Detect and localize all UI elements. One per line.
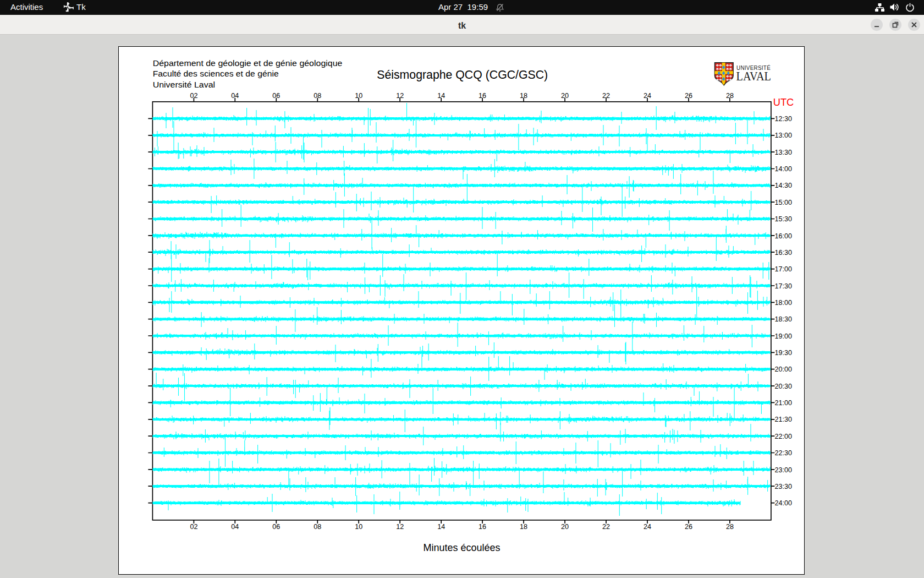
svg-text:21:30: 21:30 <box>775 416 793 423</box>
svg-text:04: 04 <box>231 523 239 531</box>
svg-text:Département de géologie et de: Département de géologie et de génie géol… <box>153 58 343 68</box>
svg-text:17:00: 17:00 <box>775 265 793 273</box>
svg-text:04: 04 <box>231 92 239 100</box>
svg-text:16:30: 16:30 <box>775 249 793 257</box>
svg-text:15:30: 15:30 <box>775 215 793 223</box>
svg-text:15:00: 15:00 <box>775 199 793 206</box>
svg-text:13:30: 13:30 <box>775 149 793 156</box>
svg-text:20: 20 <box>561 523 569 531</box>
svg-text:14:00: 14:00 <box>775 165 793 173</box>
svg-text:18:00: 18:00 <box>775 299 793 307</box>
svg-text:22:00: 22:00 <box>775 433 793 440</box>
svg-text:20:00: 20:00 <box>775 366 793 373</box>
svg-text:16: 16 <box>479 92 486 100</box>
svg-text:22: 22 <box>602 92 610 100</box>
svg-text:26: 26 <box>685 523 692 531</box>
svg-text:12: 12 <box>396 92 404 100</box>
svg-text:02: 02 <box>190 92 197 100</box>
svg-text:10: 10 <box>355 92 362 100</box>
svg-text:12:30: 12:30 <box>775 115 793 123</box>
svg-text:22: 22 <box>602 523 610 531</box>
svg-text:14: 14 <box>437 523 445 531</box>
svg-text:24: 24 <box>644 523 651 531</box>
svg-text:19:00: 19:00 <box>775 332 793 340</box>
svg-text:24: 24 <box>644 92 651 100</box>
svg-text:18: 18 <box>520 92 527 100</box>
svg-text:18: 18 <box>520 523 527 531</box>
svg-text:Université Laval: Université Laval <box>153 80 215 89</box>
svg-text:Séismographe QCQ (CGC/GSC): Séismographe QCQ (CGC/GSC) <box>377 68 548 81</box>
svg-text:08: 08 <box>314 92 321 100</box>
svg-text:23:00: 23:00 <box>775 466 793 474</box>
svg-text:06: 06 <box>272 523 280 531</box>
svg-text:20:30: 20:30 <box>775 383 793 390</box>
svg-text:02: 02 <box>190 523 197 531</box>
svg-text:26: 26 <box>685 92 692 100</box>
svg-text:17:30: 17:30 <box>775 282 793 290</box>
svg-text:16: 16 <box>479 523 486 531</box>
svg-text:08: 08 <box>314 523 321 531</box>
svg-text:UTC: UTC <box>773 97 794 108</box>
svg-text:12: 12 <box>396 523 404 531</box>
svg-text:19:30: 19:30 <box>775 349 793 357</box>
svg-text:28: 28 <box>726 92 734 100</box>
svg-text:14: 14 <box>437 92 445 100</box>
svg-text:20: 20 <box>561 92 569 100</box>
svg-text:13:00: 13:00 <box>775 132 793 139</box>
svg-text:Faculté des sciences et de gén: Faculté des sciences et de génie <box>153 69 279 78</box>
svg-text:21:00: 21:00 <box>775 399 793 407</box>
svg-text:Minutes écoulées: Minutes écoulées <box>424 542 501 553</box>
svg-text:24:00: 24:00 <box>775 499 793 507</box>
svg-text:LAVAL: LAVAL <box>736 69 772 83</box>
svg-text:18:30: 18:30 <box>775 315 793 323</box>
svg-text:28: 28 <box>726 523 734 531</box>
svg-text:23:30: 23:30 <box>775 483 793 490</box>
svg-text:14:30: 14:30 <box>775 182 793 189</box>
svg-text:06: 06 <box>272 92 280 100</box>
svg-text:16:00: 16:00 <box>775 232 793 240</box>
svg-text:10: 10 <box>355 523 362 531</box>
svg-text:22:30: 22:30 <box>775 449 793 457</box>
